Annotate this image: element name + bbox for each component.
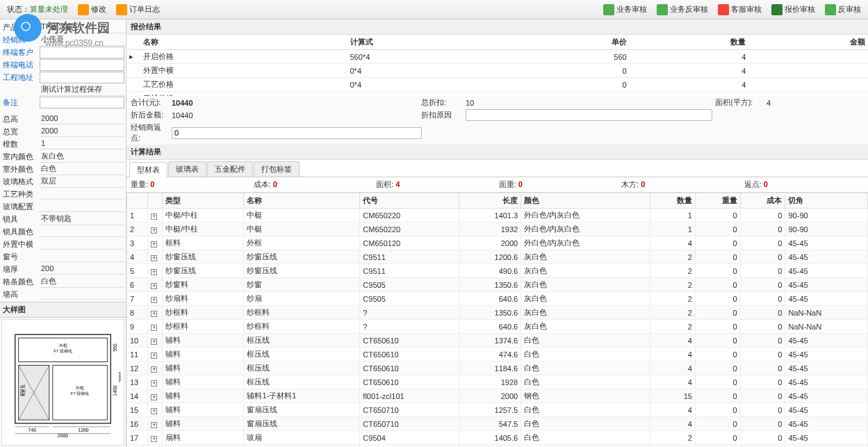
- expand-icon[interactable]: +: [151, 325, 157, 331]
- main-toolbar: 状态：算量未处理 修改 订单日志 业务审核 业务反审核 客服审核 报价审核 反审…: [0, 0, 868, 19]
- metric-area2: 0: [518, 180, 523, 188]
- expand-icon[interactable]: +: [151, 436, 157, 442]
- reason-label: 折扣原因: [421, 110, 463, 120]
- window-diagram: 外框 F7 双钢化 单悬 x1 外框 F7 双钢化 550 1450 2000 …: [1, 319, 124, 446]
- svg-text:外框: 外框: [76, 386, 84, 390]
- col-len[interactable]: 长度: [459, 193, 521, 209]
- re-audit-button[interactable]: 反审核: [821, 3, 865, 17]
- expand-icon[interactable]: +: [151, 297, 157, 303]
- cs-audit-button[interactable]: 客服审核: [714, 3, 766, 17]
- tab-0[interactable]: 型材表: [129, 162, 167, 177]
- col-name2[interactable]: 名称: [244, 193, 360, 209]
- calc-metrics-bar: 重量: 0 成本: 0 面积: 4 面重: 0 木方: 0 返点: 0: [126, 177, 868, 193]
- calc-row[interactable]: 6+纱窗料纱窗C95051350.6灰白色20045-45: [127, 278, 868, 292]
- calc-row[interactable]: 9+纱框料纱框料?640.6灰白色200NaN-NaN: [127, 320, 868, 334]
- discount-label: 总折扣:: [421, 97, 463, 108]
- tab-1[interactable]: 玻璃表: [168, 161, 206, 177]
- col-type[interactable]: 类型: [163, 193, 244, 209]
- expand-icon[interactable]: +: [151, 311, 157, 317]
- quote-table-wrap: 名称 计算式 单价 数量 金额 ▸开启价格560*45604外置中横0*404工…: [126, 35, 868, 96]
- reason-input[interactable]: [466, 109, 712, 121]
- expand-icon[interactable]: +: [151, 269, 157, 275]
- expand-icon[interactable]: +: [151, 255, 157, 261]
- save-calc-text: 测试计算过程保存: [40, 83, 124, 96]
- lock-label: 锁具: [1, 214, 40, 225]
- tab-2[interactable]: 五金配件: [207, 161, 253, 177]
- user-icon: [718, 4, 729, 15]
- expand-icon[interactable]: +: [151, 283, 157, 289]
- discount-value: 10: [466, 99, 712, 107]
- quote-row[interactable]: ▸开启价格560*45604: [126, 50, 868, 64]
- quote-row[interactable]: 工艺价格0*404: [126, 78, 868, 92]
- biz-reaudit-button[interactable]: 业务反审核: [653, 3, 712, 17]
- expand-icon[interactable]: +: [151, 394, 157, 400]
- col-cut[interactable]: 切角: [785, 193, 868, 209]
- expand-icon[interactable]: +: [151, 366, 157, 373]
- expand-icon[interactable]: +: [151, 227, 157, 234]
- col-name[interactable]: 名称: [140, 35, 347, 50]
- refresh-icon: [825, 4, 836, 15]
- quote-row[interactable]: 外置中横0*404: [126, 64, 868, 78]
- total-h-label: 总高: [1, 114, 40, 124]
- calc-row[interactable]: 12+辅料框压线CT6506101184.6白色40045-45: [127, 361, 868, 375]
- end-phone-input[interactable]: [40, 59, 124, 71]
- qty-value: 1: [40, 138, 124, 149]
- calc-row[interactable]: 2+中梃/中柱中梃CM6502201932外白色/内灰白色10090-90: [127, 222, 868, 236]
- metric-area: 4: [395, 180, 400, 188]
- expand-icon[interactable]: +: [151, 352, 157, 359]
- proj-addr-input[interactable]: [40, 72, 124, 83]
- quote-section-title: 报价结果: [126, 19, 868, 35]
- col-unit-price[interactable]: 单价: [510, 35, 630, 50]
- calc-row[interactable]: 16+辅料窗扇压线CT650710547.5白色40045-45: [127, 417, 868, 431]
- calc-row[interactable]: 1+中梃/中柱中梃CM6502201401.3外白色/内灰白色10090-90: [127, 209, 868, 222]
- calc-row[interactable]: 15+辅料窗扇压线CT6507101257.5白色40045-45: [127, 403, 868, 417]
- remark-input[interactable]: [40, 97, 124, 108]
- col-cost[interactable]: 成本: [740, 193, 785, 209]
- calc-row[interactable]: 10+辅料框压线CT6506101374.6白色40045-45: [127, 334, 868, 348]
- col-qty2[interactable]: 数量: [650, 193, 696, 209]
- expand-icon[interactable]: +: [151, 339, 157, 345]
- svg-text:2000: 2000: [118, 372, 121, 382]
- biz-audit-button[interactable]: 业务审核: [599, 3, 651, 17]
- col-formula[interactable]: 计算式: [347, 35, 511, 50]
- calc-row[interactable]: 4+纱窗压线纱窗压线C95111200.6灰白色20045-45: [127, 250, 868, 264]
- col-color[interactable]: 颜色: [521, 193, 650, 209]
- expand-icon[interactable]: +: [151, 380, 157, 387]
- svg-text:外框: 外框: [59, 343, 67, 348]
- tab-3[interactable]: 打包标签: [254, 161, 300, 177]
- col-code[interactable]: 代号: [360, 193, 459, 209]
- expand-icon[interactable]: +: [151, 408, 157, 414]
- end-phone-label: 终端电话: [1, 60, 40, 70]
- calc-row[interactable]: 18+扇料玻扇C9504695.6白色20045-45: [127, 445, 868, 448]
- craft-value: [40, 188, 124, 200]
- qty-label: 樘数: [1, 139, 40, 149]
- calc-row[interactable]: 5+纱窗压线纱窗压线C9511490.6灰白色20045-45: [127, 264, 868, 278]
- glass-fmt-label: 玻璃格式: [1, 177, 40, 187]
- col-weight[interactable]: 重量: [695, 193, 740, 209]
- end-customer-input[interactable]: [40, 47, 124, 58]
- col-amount[interactable]: 金额: [748, 35, 868, 50]
- lock-value: 不带钥匙: [40, 213, 124, 225]
- col-qty[interactable]: 数量: [630, 35, 749, 50]
- col-idx[interactable]: [127, 193, 148, 209]
- modify-button[interactable]: 修改: [74, 3, 110, 17]
- product-label: 产品: [1, 22, 40, 33]
- calc-row[interactable]: 13+辅料框压线CT6506101928白色40045-45: [127, 375, 868, 389]
- order-log-button[interactable]: 订单日志: [112, 3, 164, 17]
- metric-cube: 0: [641, 180, 645, 188]
- calc-row[interactable]: 11+辅料框压线CT650610474.6白色40045-45: [127, 348, 868, 361]
- craft-label: 工艺种类: [1, 189, 40, 200]
- calc-row[interactable]: 7+纱扇料纱扇C9505640.6灰白色20045-45: [127, 292, 868, 306]
- end-customer-label: 终端客户: [1, 47, 40, 58]
- calc-row[interactable]: 17+扇料玻扇C95041405.6白色20045-45: [127, 431, 868, 445]
- rebate-input[interactable]: [172, 127, 422, 139]
- calc-row[interactable]: 8+纱框料纱框料?1350.6灰白色200NaN-NaN: [127, 306, 868, 320]
- wall-thick-label: 墙厚: [1, 264, 40, 275]
- expand-icon[interactable]: +: [151, 213, 157, 220]
- expand-icon[interactable]: +: [151, 422, 157, 428]
- calc-row[interactable]: 3+框料外框CM6501202000外白色/内灰白色40045-45: [127, 236, 868, 250]
- expand-icon[interactable]: +: [151, 241, 157, 247]
- calc-row[interactable]: 14+辅料辅料1-子材料1fl001-zcl1012000钢色150045-45: [127, 389, 868, 403]
- outer-color-label: 室外颜色: [1, 164, 40, 174]
- quote-audit-button[interactable]: 报价审核: [767, 3, 819, 17]
